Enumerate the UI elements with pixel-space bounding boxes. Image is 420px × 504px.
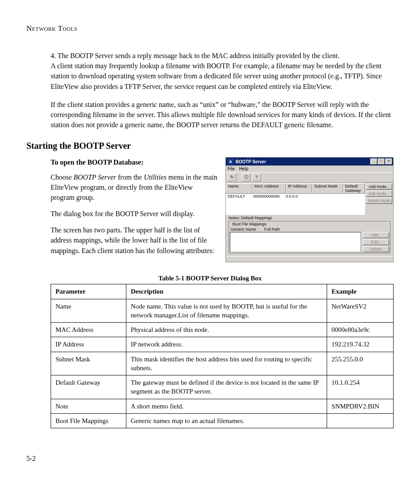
add-mapping-button[interactable]: Add...	[363, 232, 389, 238]
instruction-p1: Choose BOOTP Server from the Utilities m…	[51, 172, 217, 203]
th-description: Description	[126, 284, 327, 299]
col-ip[interactable]: IP Address	[286, 183, 312, 194]
open-db-heading: To open the BOOTP Database:	[51, 157, 217, 167]
th-parameter: Parameter	[51, 284, 126, 299]
table-caption: Table 5-1 BOOTP Server Dialog Box	[26, 275, 394, 282]
col-generic-name: Generic Name	[231, 227, 264, 232]
cell-example: 0000e80a3e9c	[327, 323, 394, 337]
status-bar	[226, 256, 393, 262]
window-title: BOOTP Server	[236, 159, 266, 164]
edit-node-button[interactable]: Edit Node...	[366, 191, 392, 197]
cell-desc: A short memo field.	[126, 399, 327, 413]
instructions-column: To open the BOOTP Database: Choose BOOTP…	[51, 157, 217, 262]
menu-file[interactable]: File	[228, 166, 235, 171]
table-row: Note A short memo field. SNMPDRV2.BIN	[51, 399, 394, 413]
cell-param: Subnet Mask	[51, 352, 126, 375]
edit-mapping-button[interactable]: Edit...	[363, 239, 389, 245]
table-row: Subnet Mask This mask identifies the hos…	[51, 352, 394, 375]
col-name[interactable]: Name	[226, 183, 252, 194]
cell-example: SNMPDRV2.BIN	[327, 399, 394, 413]
section-header: Network Tools	[26, 24, 394, 33]
cell-param: Name	[51, 299, 126, 323]
info-icon[interactable]: ⓘ	[242, 173, 251, 181]
step-4-text: 4. The BOOTP Server sends a reply messag…	[51, 51, 394, 92]
cell-example: 192.219.74.32	[327, 337, 394, 352]
app-icon: B	[228, 158, 234, 165]
parameter-table: Parameter Description Example Name Node …	[51, 284, 394, 428]
address-list-row[interactable]: DEFAULT 000000000000 0.0.0.0	[226, 194, 365, 215]
delete-node-button[interactable]: Delete Node	[366, 198, 392, 204]
close-button[interactable]: ×	[385, 158, 392, 165]
minimize-button[interactable]: _	[370, 158, 377, 165]
table-row: Default Gateway The gateway must be defi…	[51, 375, 394, 399]
cell-example: 10.1.0.254	[327, 375, 394, 399]
help-icon[interactable]: ?	[252, 173, 261, 181]
cell-param: Boot File Mappings	[51, 413, 126, 428]
add-node-button[interactable]: Add Node...	[366, 184, 392, 190]
cell-desc: IP network address.	[126, 337, 327, 352]
cell-param: MAC Address	[51, 323, 126, 337]
delete-mapping-button[interactable]: Delete	[363, 246, 389, 252]
fieldset-legend: Boot File Mappings	[232, 222, 267, 226]
boot-file-mappings-group: Boot File Mappings Generic Name Full Pat…	[228, 221, 391, 254]
refresh-icon[interactable]: ↻	[228, 173, 236, 181]
page-number: 5-2	[26, 455, 394, 463]
col-gateway[interactable]: Default Gateway	[343, 183, 365, 194]
table-header-row: Parameter Description Example	[51, 284, 394, 299]
col-mac[interactable]: MAC Address	[252, 183, 286, 194]
address-list-header: Name MAC Address IP Address Subnet Mask …	[226, 183, 365, 194]
cell-param: Default Gateway	[51, 375, 126, 399]
cell-param: Note	[51, 399, 126, 413]
cell-mac: 000000000000	[251, 194, 284, 215]
bootp-server-screenshot: B BOOTP Server _ □ × File Help ↻ ⓘ ?	[225, 157, 394, 262]
toolbar: ↻ ⓘ ?	[226, 172, 393, 183]
cell-desc: The gateway must be defined if the devic…	[126, 375, 327, 399]
step-4-content: 4. The BOOTP Server sends a reply messag…	[51, 52, 339, 59]
paragraph-2: If the client station provides a generic…	[51, 99, 394, 130]
table-row: Boot File Mappings Generic names map to …	[51, 413, 394, 428]
instruction-p3: The screen has two parts. The upper half…	[51, 225, 217, 256]
menu-help[interactable]: Help	[239, 166, 248, 171]
cell-example: NetWareSV2	[327, 299, 394, 323]
col-subnet[interactable]: Subnet Mask	[312, 183, 343, 194]
col-full-path: Full Path	[264, 227, 283, 232]
window-titlebar: B BOOTP Server _ □ ×	[226, 158, 393, 166]
table-row: Name Node name. This value is not used b…	[51, 299, 394, 323]
cell-param: IP Address	[51, 337, 126, 352]
cell-desc: Generic names map to an actual filenames…	[126, 413, 327, 428]
cell-ip: 0.0.0.0	[284, 194, 309, 215]
instruction-p2: The dialog box for the BOOTP Server will…	[51, 209, 217, 219]
table-row: IP Address IP network address. 192.219.7…	[51, 337, 394, 352]
menu-bar: File Help	[226, 166, 393, 172]
cell-desc: Node name. This value is not used by BOO…	[126, 299, 327, 323]
cell-desc: This mask identifies the host address bi…	[126, 352, 327, 375]
cell-example: 255.255.0.0	[327, 352, 394, 375]
notes-label: Notes: Default Mappings	[226, 215, 393, 220]
cell-desc: Physical address of this node.	[126, 323, 327, 337]
table-row: MAC Address Physical address of this nod…	[51, 323, 394, 337]
paragraph-1: A client station may frequently lookup a…	[51, 62, 382, 90]
cell-name: DEFAULT	[226, 194, 251, 215]
file-mappings-list[interactable]	[230, 232, 361, 252]
node-buttons: Add Node... Edit Node... Delete Node	[365, 183, 393, 215]
cell-example	[327, 413, 394, 428]
th-example: Example	[327, 284, 394, 299]
maximize-button[interactable]: □	[378, 158, 385, 165]
heading-starting-bootp: Starting the BOOTP Server	[26, 141, 394, 151]
